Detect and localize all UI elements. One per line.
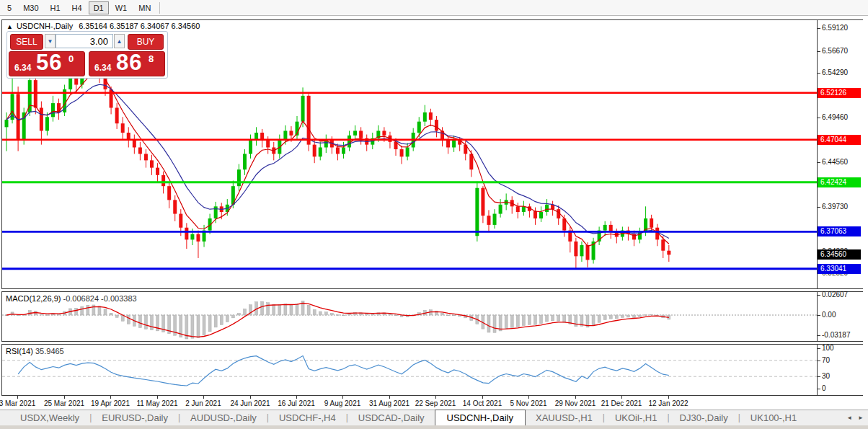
- macd-histogram-bar: [557, 315, 560, 321]
- date-tick-mark: [528, 396, 529, 399]
- sell-quote-button[interactable]: 6.34 56 0: [9, 51, 85, 76]
- candle-body: [493, 214, 497, 225]
- rsi-axis-tick: 30: [822, 372, 830, 381]
- macd-histogram-bar: [540, 315, 543, 324]
- rsi-canvas[interactable]: [2, 345, 817, 395]
- date-label: 24 Jun 2021: [230, 399, 270, 407]
- tab-usdcad-daily[interactable]: USDCAD-,Daily: [348, 410, 435, 425]
- date-label: 16 Jul 2021: [278, 399, 315, 407]
- macd-histogram-bar: [528, 315, 531, 324]
- candle-body: [179, 214, 182, 228]
- date-tick-mark: [157, 396, 158, 399]
- one-click-trade-panel: SELL ▼ ▲ BUY 6.34 56 0 6.34 86 8: [6, 31, 168, 79]
- tab-usdchf-h4[interactable]: USDCHF-,H4: [269, 410, 346, 425]
- candle-body: [121, 123, 125, 133]
- rsi-tick-mark: [818, 376, 820, 377]
- price-chart-panel: 6.591206.566706.542906.518406.494606.470…: [1, 19, 863, 289]
- tab-scroll-controls: ◄ ►: [843, 410, 868, 425]
- volume-input[interactable]: [56, 34, 113, 48]
- date-label: 5 Nov 2021: [510, 399, 546, 407]
- tab-audusd-daily[interactable]: AUDUSD-,Daily: [180, 410, 267, 425]
- macd-histogram-bar: [330, 313, 333, 315]
- tab-dj30-daily[interactable]: DJ30-,Daily: [670, 410, 738, 425]
- macd-main-value: -0.006824: [63, 294, 99, 303]
- candle-body: [283, 131, 287, 140]
- macd-histogram-bar: [389, 314, 391, 315]
- tab-usdx-weekly[interactable]: USDX,Weekly: [10, 410, 89, 425]
- date-tick-mark: [435, 396, 436, 399]
- rsi-axis[interactable]: 10070300: [817, 345, 863, 395]
- price-tick-mark: [818, 207, 820, 208]
- date-tick-mark: [575, 396, 576, 399]
- timeframe-h4[interactable]: H4: [67, 1, 87, 14]
- chart-header: ▲USDCNH-,Daily6.35164 6.35187 6.34067 6.…: [6, 22, 200, 30]
- date-tick-mark: [17, 396, 18, 399]
- buy-quote-button[interactable]: 6.34 86 8: [89, 51, 165, 76]
- timeframe-d1[interactable]: D1: [89, 1, 109, 14]
- candle-body: [539, 212, 543, 218]
- candle-body: [45, 117, 49, 131]
- candle-body: [301, 96, 305, 122]
- tab-usdcnh-daily[interactable]: USDCNH-,Daily: [435, 410, 526, 425]
- tab-scroll-right-icon[interactable]: ►: [855, 415, 867, 421]
- candle-body: [400, 149, 404, 156]
- candle-body: [353, 131, 357, 135]
- tab-eurusd-daily[interactable]: EURUSD-,Daily: [92, 410, 178, 425]
- price-axis-tick: 6.49460: [822, 113, 848, 122]
- date-label: 12 Jan 2022: [648, 399, 688, 407]
- macd-axis-tick: 0.02607: [822, 291, 848, 299]
- date-label: 2 Jun 2021: [185, 399, 221, 407]
- collapse-chart-icon[interactable]: ▲: [6, 23, 13, 30]
- timeframe-mn[interactable]: MN: [133, 1, 156, 14]
- date-label: 19 Apr 2021: [91, 399, 130, 407]
- candle-body: [156, 168, 159, 175]
- macd-histogram-bar: [237, 314, 240, 315]
- macd-histogram-bar: [609, 315, 612, 319]
- macd-histogram-bar: [290, 304, 293, 315]
- candle-body: [586, 245, 590, 260]
- volume-decrease-button[interactable]: ▼: [45, 34, 56, 48]
- candle-body: [40, 107, 43, 131]
- macd-histogram-bar: [214, 315, 217, 327]
- macd-histogram-bar: [98, 306, 101, 315]
- macd-histogram-bar: [598, 315, 601, 322]
- buy-button[interactable]: BUY: [128, 34, 164, 50]
- sell-price-prefix: 6.34: [14, 63, 31, 73]
- rsi-indicator-panel: 10070300 RSI(14) 35.9465: [1, 344, 863, 396]
- macd-histogram-bar: [75, 308, 78, 315]
- candle-body: [133, 140, 136, 147]
- volume-increase-button[interactable]: ▲: [114, 34, 125, 48]
- price-axis[interactable]: 6.591206.566706.542906.518406.494606.470…: [817, 20, 863, 288]
- macd-histogram-bar: [615, 315, 618, 319]
- macd-histogram-bar: [284, 304, 287, 315]
- timeframe-h1[interactable]: H1: [45, 1, 66, 14]
- timeframe-5[interactable]: 5: [2, 1, 17, 14]
- candle-body: [359, 131, 363, 138]
- price-tick-mark: [818, 51, 820, 52]
- macd-histogram-bar: [447, 315, 450, 316]
- macd-histogram-bar: [40, 314, 43, 315]
- macd-histogram-bar: [127, 315, 130, 324]
- candle-body: [167, 186, 171, 200]
- macd-histogram-bar: [319, 311, 322, 315]
- macd-histogram-bar: [203, 315, 205, 335]
- price-axis-tick: 6.59120: [822, 24, 848, 32]
- tab-ukoil-h1[interactable]: UKOil-,H1: [605, 410, 668, 425]
- tab-xauusd-h1[interactable]: XAUUSD-,H1: [526, 410, 603, 425]
- candle-body: [650, 218, 653, 228]
- tab-scroll-left-icon[interactable]: ◄: [843, 415, 855, 421]
- macd-histogram-bar: [191, 315, 194, 338]
- date-tick-mark: [64, 396, 65, 399]
- macd-histogram-bar: [487, 315, 490, 332]
- macd-axis[interactable]: 0.026070.00-0.03187: [817, 292, 863, 341]
- date-axis[interactable]: 3 Mar 202125 Mar 202119 Apr 202111 May 2…: [1, 396, 863, 409]
- rsi-tick-mark: [818, 361, 820, 361]
- tab-uk100-h1[interactable]: UK100-,H1: [740, 410, 807, 425]
- sell-button[interactable]: SELL: [10, 34, 43, 50]
- candle-body: [190, 234, 194, 240]
- timeframe-m30[interactable]: M30: [18, 1, 43, 14]
- candle-body: [243, 154, 247, 169]
- timeframe-w1[interactable]: W1: [110, 1, 133, 14]
- candle-body: [173, 200, 177, 213]
- candle-body: [51, 103, 55, 117]
